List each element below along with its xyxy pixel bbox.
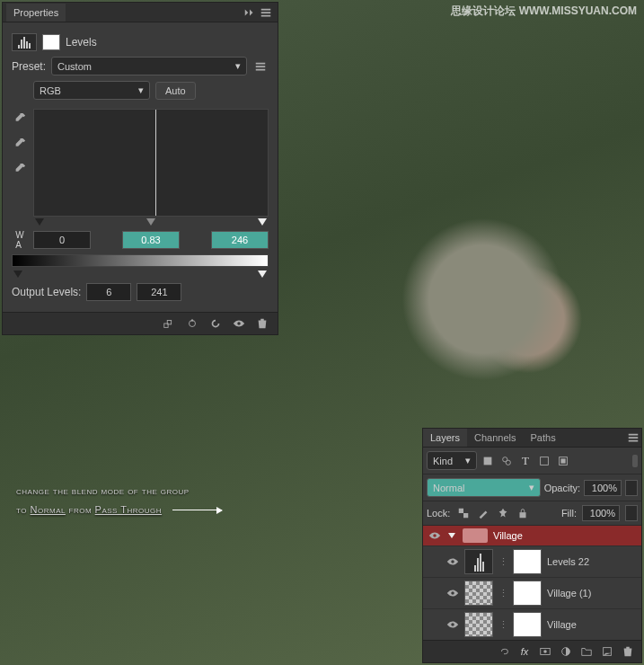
filter-kind-select[interactable]: Kind ▾ [427, 451, 477, 470]
blend-mode-value: Normal [433, 483, 464, 493]
paths-tab[interactable]: Paths [524, 429, 563, 447]
output-highlight-field[interactable]: 241 [137, 283, 181, 301]
filter-adjustment-icon[interactable] [500, 455, 513, 467]
lock-transparency-icon[interactable] [457, 507, 470, 519]
link-icon[interactable]: ⋮ [498, 588, 507, 599]
layers-tab[interactable]: Layers [423, 429, 467, 447]
new-group-icon[interactable] [580, 645, 593, 658]
chevron-down-icon: ▾ [235, 60, 241, 72]
visibility-icon[interactable] [446, 555, 459, 568]
arrow-icon [172, 510, 222, 510]
filter-toggle[interactable] [632, 455, 638, 467]
blend-mode-select[interactable]: Normal ▾ [427, 478, 541, 497]
properties-panel: Properties Levels Preset: Custom ▾ RGB ▾… [2, 2, 278, 335]
layer-thumb [464, 612, 493, 637]
annotation-line1: change the blend mode of the group [16, 482, 420, 501]
folder-icon [463, 528, 488, 543]
black-eyedropper-icon[interactable] [13, 112, 26, 125]
histogram[interactable] [33, 109, 269, 217]
layer-row[interactable]: ⋮ Levels 22 [423, 545, 641, 577]
panel-menu-icon[interactable] [627, 431, 640, 444]
input-highlight-field[interactable]: 246 [211, 231, 269, 249]
filter-shape-icon[interactable] [538, 455, 551, 467]
output-shadow-slider[interactable] [13, 270, 22, 278]
mask-icon[interactable] [539, 645, 551, 658]
fill-label: Fill: [561, 508, 577, 519]
trash-icon[interactable] [622, 645, 634, 658]
preset-value: Custom [57, 61, 92, 72]
levels-thumb-icon [464, 549, 493, 574]
fill-field[interactable]: 100% [582, 505, 620, 521]
clip-icon[interactable] [163, 317, 175, 330]
mask-thumb[interactable] [513, 612, 542, 637]
collapse-icon[interactable] [243, 6, 256, 19]
mask-thumbnail[interactable] [42, 34, 60, 50]
filter-type-icon[interactable]: T [519, 455, 532, 467]
trash-icon[interactable] [256, 317, 269, 330]
input-shadow-field[interactable]: 0 [33, 231, 91, 249]
midtone-slider[interactable] [146, 218, 155, 226]
gray-eyedropper-icon[interactable] [13, 137, 26, 150]
layer-row[interactable]: ⋮ Village [423, 608, 641, 640]
link-layers-icon[interactable] [498, 645, 510, 658]
opacity-label: Opacity: [544, 483, 580, 493]
previous-state-icon[interactable] [186, 317, 198, 330]
preset-menu-icon[interactable] [254, 60, 267, 73]
layer-name[interactable]: Village [547, 619, 577, 630]
panel-menu-icon[interactable] [260, 6, 272, 19]
levels-adjustment-icon [12, 33, 37, 51]
properties-tab[interactable]: Properties [6, 4, 66, 22]
filter-smart-icon[interactable] [557, 455, 569, 467]
svg-point-13 [543, 650, 547, 653]
visibility-icon[interactable] [428, 529, 441, 542]
auto-button[interactable]: Auto [155, 82, 196, 100]
opacity-field[interactable]: 100% [584, 480, 622, 496]
filter-pixel-icon[interactable] [481, 455, 494, 467]
wa-icon: WA [13, 234, 26, 246]
svg-rect-9 [459, 509, 463, 513]
link-icon[interactable]: ⋮ [498, 619, 507, 631]
layer-row[interactable]: ⋮ Village (1) [423, 577, 641, 608]
group-name[interactable]: Village [493, 530, 523, 541]
channels-tab[interactable]: Channels [467, 429, 523, 447]
input-sliders[interactable] [33, 218, 269, 226]
visibility-icon[interactable] [446, 587, 459, 599]
opacity-scrub[interactable] [625, 480, 638, 496]
svg-rect-8 [560, 458, 565, 463]
group-row[interactable]: Village [423, 526, 641, 545]
input-midtone-field[interactable]: 0.83 [122, 231, 180, 249]
lock-pixels-icon[interactable] [477, 507, 490, 519]
output-shadow-field[interactable]: 6 [86, 283, 131, 301]
white-eyedropper-icon[interactable] [13, 163, 26, 175]
output-gradient[interactable] [12, 254, 269, 267]
chevron-down-icon: ▾ [138, 84, 144, 96]
new-layer-icon[interactable] [601, 645, 613, 658]
lock-all-icon[interactable] [516, 507, 529, 519]
channel-select[interactable]: RGB ▾ [33, 81, 150, 100]
lock-label: Lock: [427, 508, 450, 519]
mask-thumb[interactable] [513, 549, 542, 574]
lock-position-icon[interactable] [497, 507, 509, 519]
preset-label: Preset: [12, 60, 46, 73]
svg-rect-6 [541, 457, 549, 465]
channel-value: RGB [40, 85, 61, 96]
fx-icon[interactable]: fx [518, 645, 531, 658]
svg-point-2 [190, 321, 196, 327]
layer-name[interactable]: Levels 22 [547, 556, 589, 567]
disclosure-icon[interactable] [448, 533, 455, 538]
output-label: Output Levels: [12, 286, 81, 298]
visibility-icon[interactable] [233, 317, 245, 330]
mask-thumb[interactable] [513, 581, 542, 606]
output-highlight-slider[interactable] [258, 270, 267, 278]
layer-name[interactable]: Village (1) [547, 588, 591, 598]
preset-select[interactable]: Custom ▾ [51, 57, 247, 75]
shadow-slider[interactable] [35, 218, 44, 226]
highlight-slider[interactable] [258, 218, 267, 226]
fill-scrub[interactable] [625, 505, 638, 521]
svg-rect-11 [520, 512, 526, 518]
visibility-icon[interactable] [446, 618, 459, 631]
reset-icon[interactable] [209, 317, 222, 330]
output-sliders[interactable] [12, 270, 269, 278]
link-icon[interactable]: ⋮ [498, 556, 507, 568]
adjustment-layer-icon[interactable] [560, 645, 572, 658]
